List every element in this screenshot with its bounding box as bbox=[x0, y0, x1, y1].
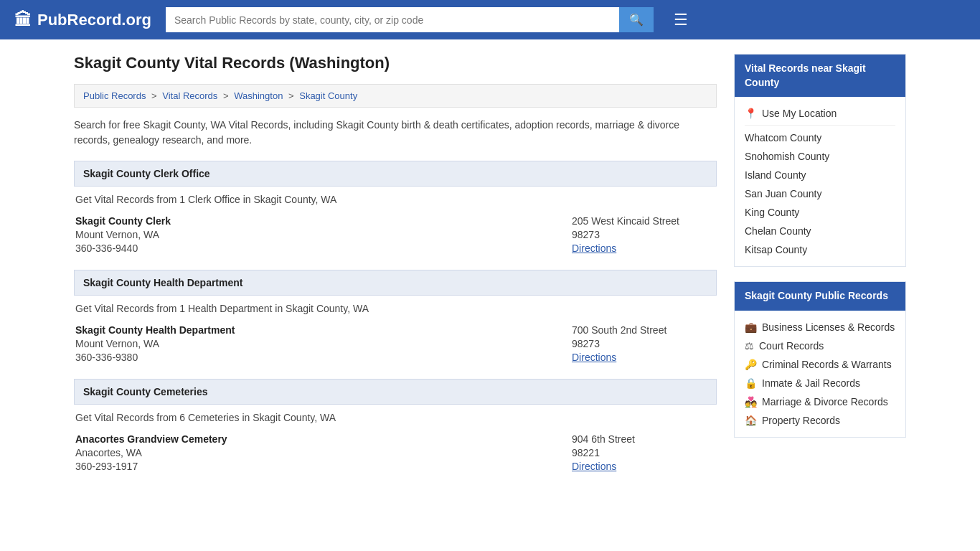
record-right-cemetery: 904 6th Street 98221 Directions bbox=[572, 433, 715, 472]
search-bar: 🔍 bbox=[166, 7, 654, 32]
site-logo[interactable]: 🏛 PubRecord.org bbox=[14, 10, 151, 30]
record-phone-cemetery: 360-293-1917 bbox=[75, 461, 572, 472]
business-licenses-label: Business Licenses & Records bbox=[762, 321, 895, 333]
record-city-health: Mount Vernon, WA bbox=[75, 338, 572, 349]
record-city-cemetery: Anacortes, WA bbox=[75, 447, 572, 458]
breadcrumb-sep-1: > bbox=[151, 90, 159, 101]
logo-text: PubRecord.org bbox=[37, 11, 151, 29]
breadcrumb-link-skagit[interactable]: Skagit County bbox=[299, 90, 357, 101]
record-phone-clerk: 360-336-9440 bbox=[75, 242, 572, 254]
snohomish-county-label: Snohomish County bbox=[745, 151, 829, 162]
record-zip-cemetery: 98221 bbox=[572, 447, 715, 458]
use-location-label: Use My Location bbox=[762, 108, 837, 119]
directions-link-clerk[interactable]: Directions bbox=[572, 242, 616, 254]
sidebar-public-records-content: 💼 Business Licenses & Records ⚖ Court Re… bbox=[735, 311, 905, 437]
king-county-label: King County bbox=[745, 207, 799, 218]
record-zip-health: 98273 bbox=[572, 338, 715, 349]
sidebar-item-snohomish[interactable]: Snohomish County bbox=[745, 147, 895, 166]
page-title: Skagit County Vital Records (Washington) bbox=[74, 54, 717, 72]
search-icon: 🔍 bbox=[629, 14, 644, 26]
directions-link-health[interactable]: Directions bbox=[572, 352, 616, 363]
sidebar-item-king[interactable]: King County bbox=[745, 203, 895, 222]
record-phone-health: 360-336-9380 bbox=[75, 352, 572, 363]
property-records-label: Property Records bbox=[762, 415, 840, 426]
chelan-county-label: Chelan County bbox=[745, 225, 811, 237]
menu-icon[interactable]: ☰ bbox=[674, 11, 688, 29]
breadcrumb-link-vital-records[interactable]: Vital Records bbox=[162, 90, 217, 101]
sanjuan-county-label: San Juan County bbox=[745, 188, 821, 199]
sidebar-item-island[interactable]: Island County bbox=[745, 166, 895, 184]
main-container: Skagit County Vital Records (Washington)… bbox=[60, 39, 920, 502]
kitsap-county-label: Kitsap County bbox=[745, 244, 807, 255]
main-content: Skagit County Vital Records (Washington)… bbox=[74, 54, 717, 488]
section-header-health: Skagit County Health Department bbox=[74, 270, 717, 296]
record-entry-cemetery: Anacortes Grandview Cemetery Anacortes, … bbox=[74, 433, 717, 472]
search-button[interactable]: 🔍 bbox=[619, 7, 654, 32]
island-county-label: Island County bbox=[745, 169, 806, 181]
breadcrumb-link-public-records[interactable]: Public Records bbox=[83, 90, 146, 101]
page-description: Search for free Skagit County, WA Vital … bbox=[74, 118, 717, 148]
section-desc-health: Get Vital Records from 1 Health Departme… bbox=[74, 303, 717, 314]
inmate-icon: 🔒 bbox=[745, 377, 757, 389]
record-right-clerk: 205 West Kincaid Street 98273 Directions bbox=[572, 215, 715, 254]
business-icon: 💼 bbox=[745, 321, 757, 333]
sidebar-public-records-box: Skagit County Public Records 💼 Business … bbox=[734, 281, 906, 438]
building-icon: 🏛 bbox=[14, 10, 32, 30]
sidebar-item-marriage-records[interactable]: 💑 Marriage & Divorce Records bbox=[745, 392, 895, 411]
sidebar-item-business-licenses[interactable]: 💼 Business Licenses & Records bbox=[745, 318, 895, 336]
sidebar-item-sanjuan[interactable]: San Juan County bbox=[745, 184, 895, 203]
sidebar-item-chelan[interactable]: Chelan County bbox=[745, 222, 895, 240]
sidebar-nearby-title: Vital Records near Skagit County bbox=[735, 55, 905, 97]
directions-link-cemetery[interactable]: Directions bbox=[572, 461, 616, 472]
record-zip-clerk: 98273 bbox=[572, 229, 715, 240]
sidebar-nearby-content: 📍 Use My Location Whatcom County Snohomi… bbox=[735, 97, 905, 266]
site-header: 🏛 PubRecord.org 🔍 ☰ bbox=[0, 0, 980, 39]
criminal-records-label: Criminal Records & Warrants bbox=[762, 359, 892, 370]
record-entry-health: Skagit County Health Department Mount Ve… bbox=[74, 324, 717, 363]
whatcom-county-label: Whatcom County bbox=[745, 132, 821, 143]
record-left-health: Skagit County Health Department Mount Ve… bbox=[75, 324, 572, 363]
breadcrumb: Public Records > Vital Records > Washing… bbox=[74, 84, 717, 108]
criminal-icon: 🔑 bbox=[745, 359, 757, 370]
sidebar-item-kitsap[interactable]: Kitsap County bbox=[745, 240, 895, 259]
section-header-cemeteries: Skagit County Cemeteries bbox=[74, 379, 717, 405]
use-location-item[interactable]: 📍 Use My Location bbox=[745, 104, 895, 126]
breadcrumb-sep-2: > bbox=[223, 90, 231, 101]
sidebar: Vital Records near Skagit County 📍 Use M… bbox=[734, 54, 906, 488]
record-address-cemetery: 904 6th Street bbox=[572, 433, 715, 445]
inmate-records-label: Inmate & Jail Records bbox=[762, 377, 860, 389]
location-icon: 📍 bbox=[745, 108, 757, 119]
marriage-records-label: Marriage & Divorce Records bbox=[762, 396, 888, 408]
section-header-clerk: Skagit County Clerk Office bbox=[74, 161, 717, 187]
record-name-clerk: Skagit County Clerk bbox=[75, 215, 572, 227]
record-name-health: Skagit County Health Department bbox=[75, 324, 572, 336]
sidebar-item-criminal-records[interactable]: 🔑 Criminal Records & Warrants bbox=[745, 355, 895, 374]
record-right-health: 700 South 2nd Street 98273 Directions bbox=[572, 324, 715, 363]
record-address-health: 700 South 2nd Street bbox=[572, 324, 715, 336]
court-icon: ⚖ bbox=[745, 340, 754, 352]
record-address-clerk: 205 West Kincaid Street bbox=[572, 215, 715, 227]
record-left-clerk: Skagit County Clerk Mount Vernon, WA 360… bbox=[75, 215, 572, 254]
record-city-clerk: Mount Vernon, WA bbox=[75, 229, 572, 240]
breadcrumb-sep-3: > bbox=[288, 90, 296, 101]
search-input[interactable] bbox=[166, 7, 619, 32]
marriage-icon: 💑 bbox=[745, 396, 757, 408]
record-left-cemetery: Anacortes Grandview Cemetery Anacortes, … bbox=[75, 433, 572, 472]
record-entry-clerk: Skagit County Clerk Mount Vernon, WA 360… bbox=[74, 215, 717, 254]
section-desc-clerk: Get Vital Records from 1 Clerk Office in… bbox=[74, 194, 717, 205]
sidebar-item-inmate-records[interactable]: 🔒 Inmate & Jail Records bbox=[745, 374, 895, 392]
sidebar-item-whatcom[interactable]: Whatcom County bbox=[745, 128, 895, 147]
sidebar-nearby-box: Vital Records near Skagit County 📍 Use M… bbox=[734, 54, 906, 267]
breadcrumb-link-washington[interactable]: Washington bbox=[234, 90, 283, 101]
sidebar-item-property-records[interactable]: 🏠 Property Records bbox=[745, 411, 895, 430]
sidebar-item-court-records[interactable]: ⚖ Court Records bbox=[745, 336, 895, 355]
record-name-cemetery: Anacortes Grandview Cemetery bbox=[75, 433, 572, 445]
property-icon: 🏠 bbox=[745, 415, 757, 426]
sidebar-public-records-title: Skagit County Public Records bbox=[735, 282, 905, 311]
section-desc-cemeteries: Get Vital Records from 6 Cemeteries in S… bbox=[74, 412, 717, 423]
court-records-label: Court Records bbox=[759, 340, 824, 352]
